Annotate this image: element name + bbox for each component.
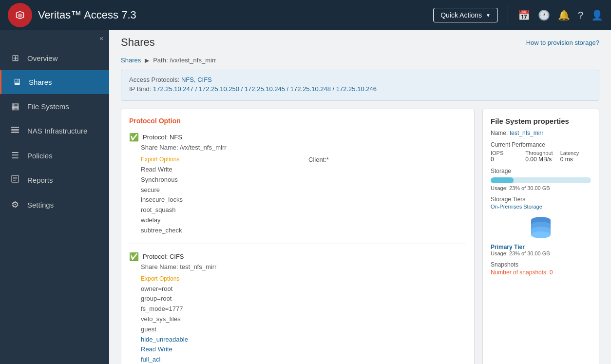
nfs-client-col: Client:* [308,156,466,236]
nas-icon [10,125,20,136]
performance-row: IOPS 0 Throughput 0.00 MB/s Latency 0 ms [491,150,591,163]
primary-usage-text: Usage: 23% of 30.00 GB [491,250,591,256]
primary-tier-label: Primary Tier [491,244,591,250]
nfs-export-option-3: insecure_locks [141,195,299,205]
nfs-protocol-name: Protocol: NFS [143,134,182,141]
nfs-check-icon: ✅ [129,133,139,142]
sidebar: « ⊞ Overview 🖥 Shares ▦ File Systems NAS… [0,30,109,364]
storage-usage-text: Usage: 23% of 30.00 GB [491,185,591,191]
cifs-export-option-6: Read Write [141,345,466,355]
quick-actions-button[interactable]: Quick Actions ▼ [433,8,498,22]
fs-properties-panel: File System properties Name: test_nfs_mi… [482,109,599,364]
logo [8,3,32,27]
header-actions: Quick Actions ▼ 📅 🕐 🔔 ? 👤 [433,5,603,25]
cifs-protocol-entry: ✅ Protocol: CIFS Share Name: test_nfs_mi… [129,252,466,364]
access-protocols-row: Access Protocols: NFS, CIFS [129,76,591,83]
settings-icon: ⚙ [10,199,20,210]
nfs-export-option-2: secure [141,185,299,195]
header-divider [508,5,508,25]
dropdown-arrow-icon: ▼ [486,13,491,18]
sidebar-item-label: NAS Infrastructure [27,127,87,135]
help-icon[interactable]: ? [578,10,583,21]
breadcrumb-separator: ▶ [145,57,149,64]
access-protocols-label: Access Protocols: [129,76,179,83]
access-protocols-value: NFS, CIFS [181,76,212,83]
main-content: Shares How to provision storage? Shares … [109,30,611,364]
layout: « ⊞ Overview 🖥 Shares ▦ File Systems NAS… [0,30,611,364]
sidebar-item-reports[interactable]: Reports [0,168,109,192]
cifs-protocol-header: ✅ Protocol: CIFS [129,252,466,261]
page-header: Shares How to provision storage? [109,30,611,55]
nfs-export-col: Export Options Read Write Synchronous se… [141,156,299,236]
nfs-export-option-0: Read Write [141,165,299,175]
user-icon[interactable]: 👤 [591,9,603,21]
cifs-cols: Export Options owner=root group=root fs_… [141,275,466,364]
snapshots-value: Number of snapshots: 0 [491,269,591,276]
sidebar-item-label: Policies [27,152,53,160]
iops-col: IOPS 0 [491,150,521,163]
nfs-export-options-title: Export Options [141,156,299,163]
cifs-check-icon: ✅ [129,252,139,261]
snapshots-title: Snapshots [491,261,591,268]
iops-value: 0 [491,156,521,163]
reports-icon [10,174,20,186]
cifs-export-option-2: fs_mode=1777 [141,304,466,314]
nfs-export-option-4: root_squash [141,205,299,215]
ip-bind-value: 172.25.10.247 / 172.25.10.250 / 172.25.1… [153,85,377,93]
nfs-client-label: Client:* [308,156,329,163]
svg-rect-3 [11,132,19,133]
notifications-icon[interactable]: 🔔 [558,9,570,21]
sidebar-item-label: Shares [29,78,52,86]
overview-icon: ⊞ [10,53,20,63]
throughput-label: Throughput [525,150,556,156]
storage-bar-background [491,177,591,183]
nfs-export-option-5: wdelay [141,215,299,226]
protocol-panel: Protocol Option ✅ Protocol: NFS Share Na… [121,109,475,364]
on-premises-label: On-Premises Storage [491,204,591,210]
sidebar-item-settings[interactable]: ⚙ Settings [0,192,109,217]
protocol-panel-title: Protocol Option [129,117,466,125]
latency-col: Latency 0 ms [560,150,591,163]
storage-bar-fill [491,177,514,183]
history-icon[interactable]: 🕐 [538,9,550,21]
cifs-export-option-4: guest [141,325,466,335]
latency-value: 0 ms [560,156,591,163]
cifs-export-option-5: hide_unreadable [141,335,466,345]
storage-label: Storage [491,168,591,174]
sidebar-item-overview[interactable]: ⊞ Overview [0,46,109,70]
cifs-export-col: Export Options owner=root group=root fs_… [141,275,466,364]
breadcrumb-current: Path: /vx/test_nfs_mirr [153,57,216,64]
cifs-export-option-7: full_acl [141,355,466,364]
svg-rect-2 [11,129,19,131]
sidebar-collapse-button[interactable]: « [0,30,109,46]
shares-icon: 🖥 [11,77,22,87]
cifs-export-option-3: veto_sys_files [141,314,466,325]
sidebar-item-file-systems[interactable]: ▦ File Systems [0,94,109,118]
sidebar-item-label: File Systems [27,102,69,111]
content-area: Protocol Option ✅ Protocol: NFS Share Na… [109,109,611,364]
fs-name-value: test_nfs_mirr [510,130,543,136]
cifs-share-name: Share Name: test_nfs_mirr [141,263,466,270]
schedule-icon[interactable]: 📅 [518,9,530,21]
sidebar-item-label: Reports [27,176,53,184]
breadcrumb: Shares ▶ Path: /vx/test_nfs_mirr [109,55,611,70]
latency-label: Latency [560,150,591,156]
nfs-export-option-1: Synchronous [141,175,299,185]
help-link[interactable]: How to provision storage? [526,39,599,46]
nfs-share-name: Share Name: /vx/test_nfs_mirr [141,144,466,151]
info-box: Access Protocols: NFS, CIFS IP Bind: 172… [121,70,599,101]
nfs-protocol-entry: ✅ Protocol: NFS Share Name: /vx/test_nfs… [129,133,466,244]
cifs-protocol-name: Protocol: CIFS [143,253,184,260]
breadcrumb-shares-link[interactable]: Shares [121,57,141,64]
header: Veritas™ Access 7.3 Quick Actions ▼ 📅 🕐 … [0,0,611,30]
current-performance-label: Current Performance [491,141,591,148]
sidebar-item-nas-infrastructure[interactable]: NAS Infrastructure [0,118,109,143]
sidebar-item-shares[interactable]: 🖥 Shares [0,70,109,94]
file-systems-icon: ▦ [10,101,20,112]
nfs-protocol-header: ✅ Protocol: NFS [129,133,466,142]
ip-bind-label: IP Bind: [129,85,151,93]
sidebar-item-policies[interactable]: ☰ Policies [0,143,109,168]
app-title: Veritas™ Access 7.3 [38,9,433,21]
fs-name-label: Name: [491,130,508,136]
svg-point-14 [531,231,551,238]
